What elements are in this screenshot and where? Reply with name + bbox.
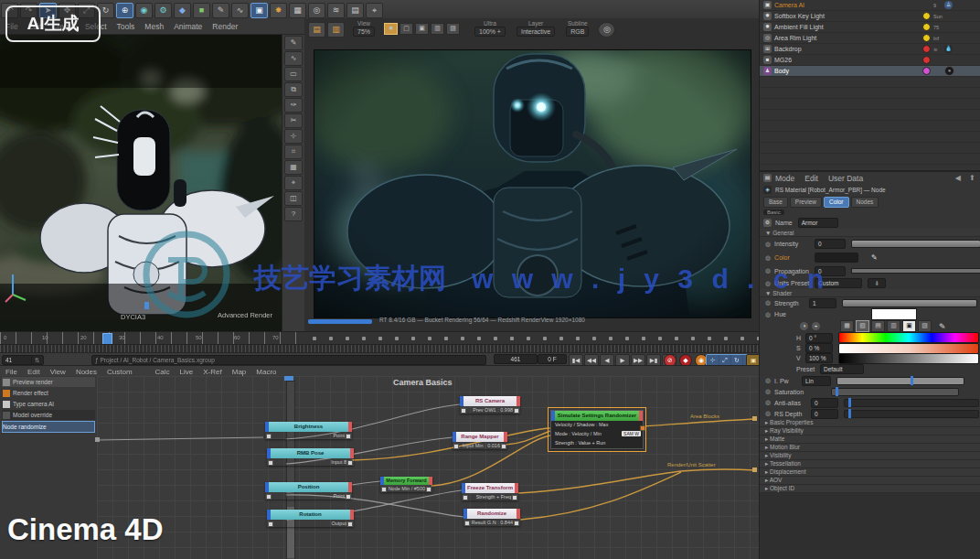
spinner-arrows-icon[interactable]: ⇅: [31, 355, 44, 365]
strength-field[interactable]: 1: [809, 298, 836, 308]
sphere-tag-icon[interactable]: ●: [944, 66, 954, 76]
section-object-id[interactable]: ▸ Object ID: [760, 485, 980, 493]
node-randomize[interactable]: Randomize Result G.N : 0.844: [463, 509, 520, 526]
ne-menu-map[interactable]: Map: [232, 368, 247, 376]
tab-color[interactable]: Color: [824, 197, 849, 208]
field-icon[interactable]: ≋: [327, 3, 345, 18]
help-icon[interactable]: ?: [284, 207, 303, 221]
ipw-slider[interactable]: [836, 377, 964, 385]
frame-spinner[interactable]: 41: [2, 355, 33, 365]
spectrum-picker-icon[interactable]: ◒: [812, 322, 820, 330]
node-field[interactable]: SAM W: [622, 431, 641, 436]
menu-tools[interactable]: Tools: [117, 22, 135, 31]
ne-menu-file[interactable]: File: [5, 368, 17, 376]
snapshot-icon[interactable]: ◎: [598, 22, 615, 38]
tab-nodes[interactable]: Nodes: [851, 197, 879, 208]
timeline-ruler[interactable]: 0 10 20 30 40 50 60 70: [0, 331, 306, 345]
slider-handle[interactable]: [911, 376, 913, 385]
object-row[interactable]: ⊞ Backdrop ≋ 💧: [760, 44, 980, 55]
knife-icon[interactable]: ✂: [284, 113, 303, 128]
node-output-port[interactable]: [640, 425, 645, 431]
color-pen-icon[interactable]: ✎: [939, 322, 946, 331]
slider-handle[interactable]: [836, 387, 838, 396]
layer-dot-yellow[interactable]: [922, 34, 931, 42]
object-row[interactable]: ▣ Camera AI 9 ♙: [760, 0, 980, 11]
menu-animate[interactable]: Animate: [174, 22, 202, 31]
display-mode-3-icon[interactable]: ▣: [415, 23, 429, 35]
open-folder-icon[interactable]: ▥: [327, 22, 345, 38]
water-drop-tag-icon[interactable]: 💧: [944, 45, 953, 53]
frame-number-field[interactable]: 461: [494, 354, 538, 364]
ne-menu-custom[interactable]: Custom: [107, 368, 133, 376]
slider-handle[interactable]: [848, 409, 851, 418]
antialias-slider[interactable]: [844, 399, 979, 407]
menu-mesh[interactable]: Mesh: [144, 22, 164, 31]
node-position[interactable]: Position Point: [265, 482, 352, 500]
attr-menu-mode[interactable]: Mode: [775, 174, 794, 183]
section-matte[interactable]: ▸ Matte: [760, 435, 980, 444]
figure-tag-icon[interactable]: ♙: [944, 1, 953, 9]
section-aov[interactable]: ▸ AOV: [760, 477, 980, 485]
sidebar-node-item[interactable]: Type camera AI: [2, 399, 95, 409]
ne-menu-macro[interactable]: Macro: [256, 368, 276, 376]
node-brightness[interactable]: Brightness Point: [265, 422, 352, 439]
ne-menu-edit[interactable]: Edit: [27, 368, 40, 376]
mirror-icon[interactable]: ◫: [284, 191, 303, 206]
canvas-vscrollbar[interactable]: [286, 381, 295, 559]
mixer-mode-icon[interactable]: ▥: [887, 320, 900, 332]
spline-tool-icon[interactable]: ∿: [231, 3, 249, 18]
sidebar-node-item[interactable]: Render effect: [2, 388, 95, 398]
snap-grid-icon[interactable]: ⌗: [284, 145, 303, 159]
keyframe-dot-ruler[interactable]: [306, 331, 759, 345]
node-freeze-transform[interactable]: Freeze Transform Strength + Freq: [462, 483, 518, 500]
cube-primitive-icon[interactable]: ■: [193, 3, 210, 18]
layer-dot-yellow[interactable]: [922, 23, 931, 31]
hsv-mode-icon[interactable]: ▧: [856, 320, 869, 332]
mograph-icon[interactable]: ▣: [250, 3, 268, 18]
name-field[interactable]: Armor: [798, 218, 838, 228]
node-rmb-pose[interactable]: RMB Pose Input 8: [267, 448, 354, 466]
path-field[interactable]: ƒ Project / AI_Robot / Camera_Basics.xgr…: [91, 355, 486, 365]
section-ray-visibility[interactable]: ▸ Ray Visibility: [760, 427, 980, 435]
spline-icon[interactable]: ∿: [284, 51, 303, 66]
section-basic-properties[interactable]: ▸ Basic Properties: [760, 419, 980, 427]
v-field[interactable]: 100 %: [805, 353, 833, 363]
slider-handle[interactable]: [848, 398, 851, 407]
tab-preview[interactable]: Preview: [790, 197, 822, 208]
display-mode-4-icon[interactable]: ▥: [431, 23, 444, 35]
swatch-mode-icon[interactable]: ▣: [902, 320, 916, 332]
node-rs-camera[interactable]: RS Camera Prev OW1 : 0.998: [460, 396, 520, 414]
node-simulate-randomizer[interactable]: Simulate Settings Randomizer Velocity / …: [550, 410, 644, 449]
volume-icon[interactable]: ▦: [289, 3, 306, 18]
tab-base[interactable]: Base: [763, 197, 788, 208]
strength-slider[interactable]: [842, 299, 977, 307]
attr-menu-userdata[interactable]: User Data: [828, 174, 863, 183]
display-mode-2-icon[interactable]: ▢: [399, 23, 413, 35]
framerate-dropdown[interactable]: 0 F: [538, 354, 567, 364]
clone-icon[interactable]: ⧉: [284, 82, 303, 97]
grid-icon[interactable]: ▦: [284, 160, 303, 175]
snap-icon[interactable]: ⌖: [366, 3, 383, 18]
color-swatch[interactable]: [871, 308, 917, 320]
object-row[interactable]: ◎ Area Rim Light Inf: [760, 33, 980, 44]
layer-dot-yellow[interactable]: [922, 12, 931, 20]
display-mode-5-icon[interactable]: ▨: [446, 23, 460, 35]
menu-render[interactable]: Render: [212, 22, 238, 31]
h-field[interactable]: 0 °: [805, 333, 833, 343]
intensity-slider[interactable]: [851, 240, 980, 248]
saturation-gradient-slider[interactable]: [838, 343, 979, 354]
layer-dot-magenta[interactable]: [922, 67, 931, 75]
up-arrow-icon[interactable]: ⬆: [969, 174, 975, 182]
render-view-icon[interactable]: ◉: [135, 3, 153, 18]
sidebar-node-item-selected[interactable]: Node randomize: [2, 421, 95, 433]
brush-icon[interactable]: ✑: [284, 98, 303, 113]
coordinates-icon[interactable]: ⊕: [116, 3, 133, 18]
hue-gradient-slider[interactable]: [838, 332, 979, 343]
simulate-icon[interactable]: ◎: [308, 3, 325, 18]
sidebar-node-item[interactable]: Model override: [2, 410, 95, 420]
object-row-selected[interactable]: ♟ Body ●: [760, 66, 980, 77]
pen-tool-icon[interactable]: ✎: [212, 3, 229, 18]
attr-menu-edit[interactable]: Edit: [804, 174, 818, 183]
node-range-mapper[interactable]: Range Mapper Input Min : 0.016: [453, 432, 507, 449]
pen-icon[interactable]: ✎: [284, 36, 303, 50]
